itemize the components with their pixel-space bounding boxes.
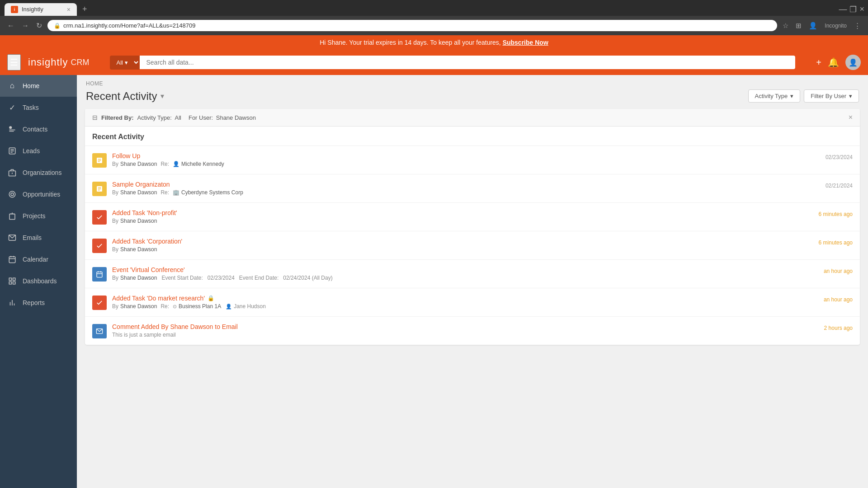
logo-area: insightly CRM bbox=[28, 56, 89, 68]
sidebar-item-emails[interactable]: Emails bbox=[0, 227, 77, 249]
activity-item: Sample Organizaton By Shane Dawson Re: 🏢… bbox=[85, 174, 860, 203]
search-input[interactable] bbox=[140, 56, 795, 69]
forward-button[interactable]: → bbox=[20, 20, 31, 32]
activity-icon-comment bbox=[92, 324, 107, 338]
search-area: All ▾ bbox=[110, 56, 795, 70]
app-header: ☰ insightly CRM All ▾ + 🔔 👤 bbox=[0, 50, 868, 75]
for-user-filter-label: For User: Shane Dawson bbox=[189, 114, 256, 121]
event-start-date: 02/23/2024 bbox=[208, 275, 235, 281]
page-title-dropdown[interactable]: ▾ bbox=[160, 92, 164, 100]
opportunities-icon bbox=[7, 189, 17, 199]
tab-favicon: i bbox=[11, 6, 18, 13]
svg-rect-15 bbox=[9, 257, 15, 263]
activity-by[interactable]: Shane Dawson bbox=[120, 218, 157, 224]
activity-title[interactable]: Sample Organizaton bbox=[112, 181, 820, 188]
svg-rect-22 bbox=[13, 282, 15, 284]
comment-preview: This is just a sample email bbox=[112, 332, 176, 338]
activity-meta: By Shane Dawson bbox=[112, 218, 813, 224]
address-bar[interactable]: 🔒 crm.na1.insightly.com/Home?af=ALL&us=2… bbox=[47, 20, 777, 31]
activity-title[interactable]: Added Task 'Do market research' bbox=[112, 295, 205, 302]
activity-item: Added Task 'Do market research' 🔒 By Sha… bbox=[85, 288, 860, 317]
activity-meta: By Shane Dawson Event Start Date: 02/23/… bbox=[112, 275, 818, 281]
svg-rect-20 bbox=[13, 278, 15, 280]
sidebar-item-contacts[interactable]: Contacts bbox=[0, 118, 77, 140]
menu-icon[interactable]: ⋮ bbox=[852, 21, 863, 31]
hamburger-menu[interactable]: ☰ bbox=[7, 54, 21, 70]
activity-type-filter-btn[interactable]: Activity Type ▾ bbox=[748, 89, 801, 103]
refresh-button[interactable]: ↻ bbox=[34, 19, 44, 32]
activity-title[interactable]: Added Task 'Non-profit' bbox=[112, 209, 813, 216]
activity-title[interactable]: Comment Added By Shane Dawson to Email bbox=[112, 323, 819, 330]
activity-meta: This is just a sample email bbox=[112, 332, 819, 338]
notifications-button[interactable]: 🔔 bbox=[828, 57, 839, 68]
activity-by[interactable]: Shane Dawson bbox=[120, 161, 157, 167]
activity-title[interactable]: Follow Up bbox=[112, 152, 820, 160]
activity-date: 02/21/2024 bbox=[826, 183, 853, 189]
tasks-icon: ✓ bbox=[7, 103, 17, 113]
window-close[interactable]: × bbox=[859, 5, 864, 14]
add-button[interactable]: + bbox=[816, 57, 821, 68]
re-contact-name[interactable]: Michelle Kennedy bbox=[181, 161, 224, 167]
re-org-name[interactable]: Cyberdyne Systems Corp bbox=[181, 189, 243, 196]
activity-date: 02/23/2024 bbox=[826, 154, 853, 160]
sidebar-item-opportunities[interactable]: Opportunities bbox=[0, 183, 77, 205]
back-button[interactable]: ← bbox=[5, 20, 16, 32]
window-maximize[interactable]: ❐ bbox=[849, 5, 857, 14]
bookmark-icon[interactable]: ☆ bbox=[781, 21, 790, 31]
sidebar-item-calendar[interactable]: Calendar bbox=[0, 249, 77, 270]
filter-bar: ⊟ Filtered By: Activity Type: All For Us… bbox=[85, 109, 860, 127]
activity-icon-event bbox=[92, 267, 107, 282]
sidebar-item-reports[interactable]: Reports bbox=[0, 292, 77, 314]
activity-by[interactable]: Shane Dawson bbox=[120, 246, 157, 253]
re-opp-name[interactable]: Business Plan 1A bbox=[179, 303, 221, 310]
profile-icon[interactable]: 👤 bbox=[807, 21, 819, 31]
activity-title[interactable]: Added Task 'Corporation' bbox=[112, 238, 813, 245]
sidebar-item-leads[interactable]: Leads bbox=[0, 140, 77, 162]
header-actions: + 🔔 👤 bbox=[816, 55, 861, 70]
sidebar-label-projects: Projects bbox=[23, 212, 46, 220]
assign-name: Jane Hudson bbox=[234, 303, 266, 310]
page-title-area: Recent Activity ▾ bbox=[86, 90, 164, 103]
tab-title: Insightly bbox=[22, 6, 43, 13]
sidebar-item-organizations[interactable]: Organizations bbox=[0, 162, 77, 183]
activity-item: Added Task 'Non-profit' By Shane Dawson … bbox=[85, 203, 860, 231]
activity-by[interactable]: Shane Dawson bbox=[120, 303, 157, 310]
subscribe-link[interactable]: Subscribe Now bbox=[503, 39, 548, 46]
emails-icon bbox=[7, 233, 17, 243]
svg-rect-0 bbox=[9, 126, 12, 129]
filter-by-user-btn[interactable]: Filter By User ▾ bbox=[804, 89, 859, 103]
new-tab-btn[interactable]: + bbox=[79, 3, 91, 16]
activity-by[interactable]: Shane Dawson bbox=[120, 189, 157, 196]
browser-tab-insightly[interactable]: i Insightly × bbox=[5, 3, 77, 16]
activity-title[interactable]: Event 'Virtual Conference' bbox=[112, 266, 818, 273]
trial-banner: Hi Shane. Your trial expires in 14 days.… bbox=[0, 35, 868, 50]
re-org-icon: 🏢 bbox=[173, 189, 179, 196]
sidebar-label-emails: Emails bbox=[23, 234, 42, 241]
tab-close-btn[interactable]: × bbox=[67, 6, 71, 13]
search-scope-select[interactable]: All ▾ bbox=[110, 56, 140, 70]
sidebar-item-projects[interactable]: Projects bbox=[0, 205, 77, 227]
activity-item: Event 'Virtual Conference' By Shane Daws… bbox=[85, 260, 860, 288]
activity-body: Follow Up By Shane Dawson Re: 👤 Michelle… bbox=[112, 152, 820, 167]
activity-type-caret: ▾ bbox=[790, 93, 793, 99]
sidebar-item-dashboards[interactable]: Dashboards bbox=[0, 270, 77, 292]
activity-body: Sample Organizaton By Shane Dawson Re: 🏢… bbox=[112, 181, 820, 196]
svg-rect-2 bbox=[9, 131, 14, 132]
activity-panel: ⊟ Filtered By: Activity Type: All For Us… bbox=[85, 109, 860, 345]
filter-close-btn[interactable]: × bbox=[849, 113, 853, 122]
filter-icon: ⊟ bbox=[92, 114, 98, 121]
activity-icon-note bbox=[92, 153, 107, 168]
page-header: Recent Activity ▾ Activity Type ▾ Filter… bbox=[77, 89, 868, 109]
window-minimize[interactable]: — bbox=[839, 5, 847, 14]
browser-toolbar: ← → ↻ 🔒 crm.na1.insightly.com/Home?af=AL… bbox=[0, 16, 868, 35]
sidebar-item-tasks[interactable]: ✓ Tasks bbox=[0, 97, 77, 118]
browser-tabs: i Insightly × + — ❐ × bbox=[0, 0, 868, 16]
extensions-icon[interactable]: ⊞ bbox=[794, 21, 803, 31]
breadcrumb-home[interactable]: HOME bbox=[86, 80, 103, 87]
user-avatar[interactable]: 👤 bbox=[845, 55, 861, 70]
activity-meta: By Shane Dawson bbox=[112, 246, 813, 253]
activity-by[interactable]: Shane Dawson bbox=[120, 275, 157, 281]
lock-icon: 🔒 bbox=[54, 23, 61, 29]
filtered-by-label: Filtered By: bbox=[101, 114, 134, 121]
sidebar-item-home[interactable]: ⌂ Home bbox=[0, 75, 77, 97]
